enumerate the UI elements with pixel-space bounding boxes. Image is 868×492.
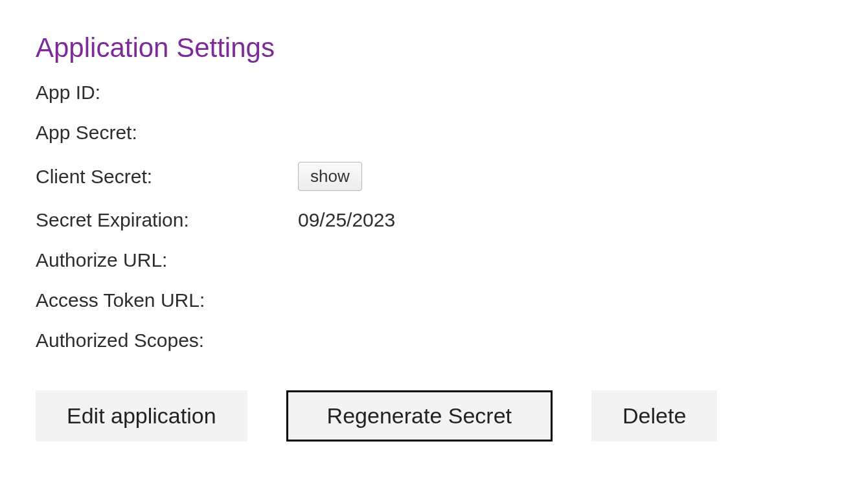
secret-expiration-label: Secret Expiration:	[36, 209, 298, 231]
show-client-secret-button[interactable]: show	[298, 162, 362, 191]
access-token-url-label: Access Token URL:	[36, 289, 298, 311]
field-app-secret: App Secret:	[36, 122, 832, 144]
authorize-url-label: Authorize URL:	[36, 249, 298, 271]
client-secret-label: Client Secret:	[36, 166, 298, 188]
field-access-token-url: Access Token URL:	[36, 289, 832, 311]
edit-application-button[interactable]: Edit application	[36, 390, 247, 442]
secret-expiration-value: 09/25/2023	[298, 209, 395, 231]
field-secret-expiration: Secret Expiration: 09/25/2023	[36, 209, 832, 231]
field-authorized-scopes: Authorized Scopes:	[36, 330, 832, 352]
authorized-scopes-label: Authorized Scopes:	[36, 330, 298, 352]
app-secret-label: App Secret:	[36, 122, 298, 144]
field-app-id: App ID:	[36, 82, 832, 104]
field-client-secret: Client Secret: show	[36, 162, 832, 191]
regenerate-secret-button[interactable]: Regenerate Secret	[286, 390, 553, 442]
field-authorize-url: Authorize URL:	[36, 249, 832, 271]
action-button-row: Edit application Regenerate Secret Delet…	[36, 390, 832, 442]
delete-button[interactable]: Delete	[591, 390, 717, 442]
page-title: Application Settings	[36, 32, 832, 63]
app-id-label: App ID:	[36, 82, 298, 104]
